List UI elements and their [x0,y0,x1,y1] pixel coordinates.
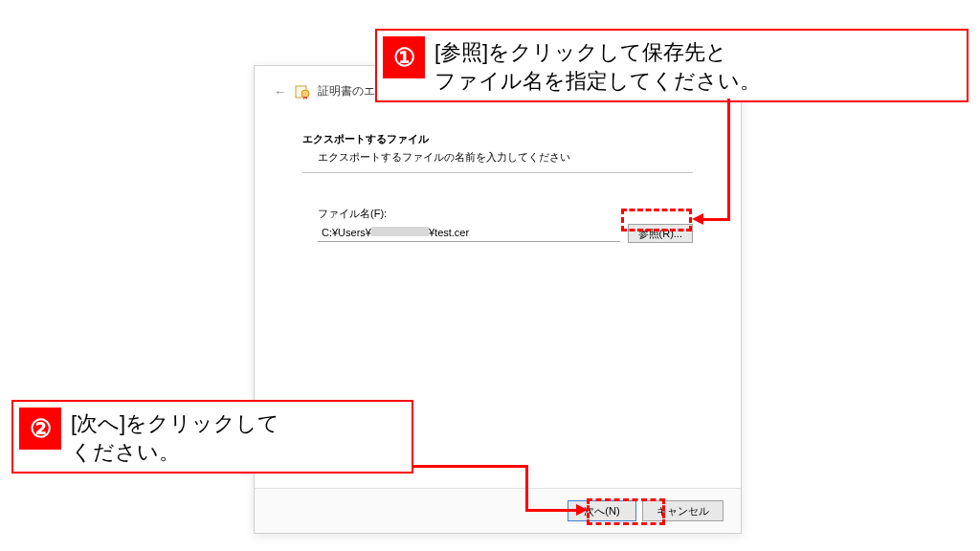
dialog-content: エクスポートするファイル エクスポートするファイルの名前を入力してください ファ… [255,103,741,243]
annotation-badge-1: ① [383,36,425,78]
file-name-label: ファイル名(F): [302,207,693,221]
certificate-icon [295,84,310,99]
svg-point-1 [301,90,309,98]
file-name-input[interactable]: C:¥Users¥ ¥test.cer [318,225,620,242]
next-button[interactable]: 次へ(N) [568,500,636,521]
back-arrow-icon[interactable]: ← [274,84,287,99]
file-name-row: C:¥Users¥ ¥test.cer 参照(R)... [302,224,693,243]
annotation-callout-1: ① [参照]をクリックして保存先と ファイル名を指定してください。 [375,29,969,102]
file-path-suffix: ¥test.cer [429,227,469,238]
section-title: エクスポートするファイル [302,132,693,146]
cancel-button[interactable]: キャンセル [642,500,724,521]
annotation-text-2: [次へ]をクリックして ください。 [71,408,279,466]
section-description: エクスポートするファイルの名前を入力してください [302,150,693,173]
annotation-badge-2: ② [19,408,61,450]
dialog-footer: 次へ(N) キャンセル [255,488,741,533]
annotation-text-1: [参照]をクリックして保存先と ファイル名を指定してください。 [434,36,761,95]
redacted-path-segment [371,227,429,236]
file-path-prefix: C:¥Users¥ [322,227,371,238]
annotation-callout-2: ② [次へ]をクリックして ください。 [11,400,413,474]
browse-button[interactable]: 参照(R)... [628,224,693,243]
